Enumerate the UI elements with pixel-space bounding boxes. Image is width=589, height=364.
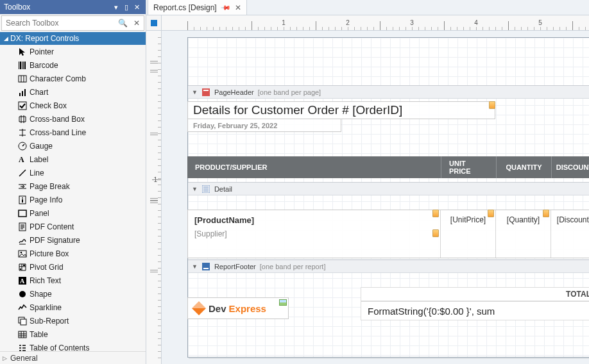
label-order-title[interactable]: Details for Customer Order # [OrderID] [187,101,495,119]
shape-icon [15,290,30,299]
caret-right-icon: ▷ [3,355,10,361]
label-total[interactable]: TOTAL [361,287,589,301]
toolbox-item-cross-band-line[interactable]: Cross-band Line [0,126,146,139]
picture-placeholder-icon [279,299,287,306]
tab-report-design[interactable]: Report.cs [Design] 📌 ✕ [148,0,247,15]
toolbox-item-shape[interactable]: Shape [0,287,146,301]
toolbox-item-pdf-signature[interactable]: PDF Signature [0,233,146,247]
field-supplier[interactable]: [Supplier] [194,229,227,238]
toolbox-title: Toolbox [4,3,111,12]
gauge-icon [15,142,30,151]
label-order-date[interactable]: Friday, February 25, 2022 [187,119,341,132]
column-header-quantity[interactable]: QUANTITY [497,156,552,178]
toolbox-item-label: Sub-Report [30,317,69,326]
toolbox-item-label: Picture Box [30,249,69,258]
label-order-date-text: Friday, February 25, 2022 [193,122,277,129]
checkbox-icon [15,101,30,110]
toolbox-item-sub-report[interactable]: Sub-Report [0,314,146,327]
toolbox-search-input[interactable] [2,17,115,29]
column-header-product[interactable]: PRODUCT/SUPPLIER [187,156,441,178]
cell-quantity[interactable]: [Quantity] [496,210,551,258]
band-header-reportfooter[interactable]: ▼ ReportFooter [one band per report] [188,260,589,273]
caret-down-icon: ▼ [192,186,198,192]
toolbox-item-label: Cross-band Line [30,128,86,137]
sparkline-icon [15,303,30,312]
toolbox-item-check-box[interactable]: Check Box [0,99,146,112]
ruler-vertical[interactable]: 1 [146,31,162,364]
ruler-horizontal[interactable]: 12345 [162,15,589,31]
toolbox-item-gauge[interactable]: Gauge [0,139,146,153]
field-quantity[interactable]: [Quantity] [496,215,551,224]
picturebox-logo[interactable]: DevExpress [187,297,289,319]
field-unitprice[interactable]: [UnitPrice] [441,215,495,224]
pin-icon[interactable]: 📌 [221,2,231,12]
cell-product[interactable]: [ProductName] [Supplier] [188,210,441,258]
toolbox-pin-icon[interactable]: ▯ [121,3,132,12]
band-reportfooter[interactable]: ▼ ReportFooter [one band per report] TOT… [188,260,589,343]
richtext-icon [15,276,30,285]
toolbox-item-line[interactable]: Line [0,166,146,179]
toolbox-item-picture-box[interactable]: Picture Box [0,247,146,260]
toolbox-item-label: PDF Signature [30,236,80,245]
toolbox-item-label: Pivot Grid [30,263,64,272]
cell-discount[interactable]: [Discount] [551,210,589,258]
toolbox-close-icon[interactable]: ✕ [132,3,142,12]
band-name: Detail [214,185,232,193]
barcode-icon [15,61,30,70]
close-icon[interactable]: ✕ [235,3,241,12]
label-icon [15,155,30,164]
table-header-row[interactable]: PRODUCT/SUPPLIER UNIT PRICE QUANTITY DIS… [187,156,589,178]
toolbox-item-rich-text[interactable]: Rich Text [0,274,146,287]
label-total-formatstring[interactable]: FormatString('{0:$0.00 }', sum [361,301,589,320]
ruler-corner[interactable] [146,15,162,31]
toolbox-item-sparkline[interactable]: Sparkline [0,301,146,314]
toolbox-item-label[interactable]: Label [0,153,146,166]
table-icon [15,330,30,339]
band-detail[interactable]: ▼ Detail [ProductName] [Supplier] [188,182,589,260]
band-pageheader[interactable]: ▼ PageHeader [one band per page] Details… [188,85,589,182]
cell-unitprice[interactable]: [UnitPrice] [441,210,496,258]
band-header-pageheader[interactable]: ▼ PageHeader [one band per page] [188,86,589,99]
search-icon[interactable]: 🔍 [115,19,130,28]
toolbox-search-clear-icon[interactable]: ✕ [130,19,144,28]
toolbox-menu-icon[interactable]: ▾ [111,3,121,12]
toolbox-item-label: Check Box [30,101,67,110]
pdfsig-icon [15,236,30,245]
toolbox-item-pointer[interactable]: Pointer [0,45,146,58]
column-header-discount[interactable]: DISCOUNT [552,156,589,178]
toolbox-item-cross-band-box[interactable]: Cross-band Box [0,112,146,126]
toolbox-item-label: Line [30,169,44,178]
smart-tag-icon[interactable] [489,101,495,109]
toolbox-item-label: Gauge [30,142,53,151]
toolbox-item-chart[interactable]: Chart [0,85,146,99]
design-canvas[interactable]: ▼ PageHeader [one band per page] Details… [162,31,589,364]
band-name: PageHeader [214,88,254,96]
toolbox-item-barcode[interactable]: Barcode [0,58,146,72]
toolbox-item-pivot-grid[interactable]: Pivot Grid [0,260,146,274]
toolbox-item-table-of-contents[interactable]: Table of Contents [0,341,146,351]
caret-down-icon: ◢ [4,35,10,42]
tab-label: Report.cs [Design] [153,3,217,12]
toolbox-item-table[interactable]: Table [0,327,146,341]
reportfooter-band-icon [201,263,210,270]
toolbox-item-page-break[interactable]: Page Break [0,179,146,193]
smart-tag-icon[interactable] [432,229,439,237]
report-page[interactable]: ▼ PageHeader [one band per page] Details… [187,37,589,358]
chart-icon [15,88,30,97]
toolbox-group-label: DX: Report Controls [10,34,79,43]
detail-table-row[interactable]: [ProductName] [Supplier] [UnitPrice] [187,210,589,258]
column-header-unitprice[interactable]: UNIT PRICE [441,156,497,178]
field-discount[interactable]: [Discount] [551,215,589,224]
toolbox-item-pdf-content[interactable]: PDF Content [0,220,146,233]
toolbox-group-report-controls[interactable]: ◢ DX: Report Controls [0,32,146,45]
picbox-icon [15,249,30,258]
smart-tag-icon[interactable] [432,210,439,217]
toolbox-item-label: Rich Text [30,276,61,285]
band-header-detail[interactable]: ▼ Detail [188,183,589,195]
field-product-name[interactable]: [ProductName] [194,215,254,225]
toolbox-item-panel[interactable]: Panel [0,206,146,220]
pdfcontent-icon [15,222,30,231]
toolbox-item-character-comb[interactable]: Character Comb [0,72,146,85]
toolbox-group-general[interactable]: ▷ General [0,351,146,364]
toolbox-item-page-info[interactable]: Page Info [0,193,146,206]
